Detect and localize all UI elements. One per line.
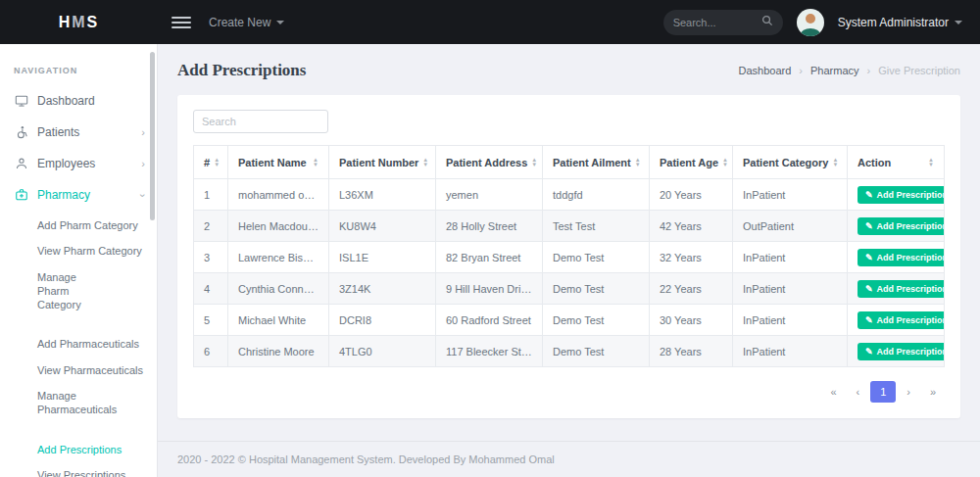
pagination-first[interactable]: « (821, 381, 845, 403)
col-header-patient-category[interactable]: Patient Category▲▼ (733, 146, 848, 179)
cell-patient-category: InPatient (733, 336, 848, 367)
pagination-next[interactable]: › (898, 381, 919, 403)
sidebar-subitem-add-prescriptions[interactable]: Add Prescriptions (0, 437, 157, 462)
cell-index: 2 (194, 211, 228, 242)
add-prescription-button[interactable]: ✎Add Prescription (858, 343, 945, 360)
create-new-label: Create New (209, 16, 270, 29)
pagination-last[interactable]: » (921, 381, 945, 403)
pagination: « ‹ 1 › » (193, 381, 945, 403)
add-prescription-button[interactable]: ✎Add Prescription (858, 217, 945, 235)
table-row: 5 Michael White DCRI8 60 Radford Street … (194, 305, 945, 336)
create-new-dropdown[interactable]: Create New (209, 16, 284, 29)
cell-patient-category: InPatient (733, 305, 848, 336)
prescriptions-card: #▲▼ Patient Name▲▼ Patient Number▲▼ Pati… (177, 95, 960, 418)
breadcrumb-current: Give Prescription (878, 65, 960, 76)
cell-patient-ailment: Demo Test (543, 273, 650, 305)
add-prescription-button[interactable]: ✎Add Prescription (858, 311, 945, 329)
user-menu[interactable]: System Administrator (838, 16, 962, 29)
wheelchair-icon (14, 125, 28, 139)
cell-patient-category: InPatient (733, 179, 848, 211)
top-navbar: HMS Create New System Administrator (0, 0, 980, 44)
cell-patient-number: 4TLG0 (329, 336, 436, 367)
sort-icon: ▲▼ (214, 158, 220, 167)
logo-zone: HMS (0, 14, 158, 31)
sidebar-item-dashboard[interactable]: Dashboard (0, 85, 157, 117)
user-avatar[interactable] (797, 9, 824, 36)
chevron-right-icon: › (141, 127, 145, 138)
sort-icon: ▲▼ (722, 158, 728, 167)
sort-icon: ▲▼ (635, 158, 641, 167)
cell-patient-category: InPatient (733, 242, 848, 273)
col-header-patient-name[interactable]: Patient Name▲▼ (228, 146, 329, 179)
cell-action: ✎Add Prescription (848, 305, 945, 336)
navbar-search-input[interactable] (673, 17, 760, 28)
cell-patient-number: ISL1E (329, 242, 436, 273)
col-header-patient-number[interactable]: Patient Number▲▼ (329, 146, 436, 179)
cell-patient-age: 42 Years (650, 211, 733, 242)
cell-patient-address: 82 Bryan Street (436, 242, 543, 273)
sort-icon: ▲▼ (531, 158, 537, 167)
cell-patient-ailment: Test Test (543, 211, 650, 242)
table-row: 1 mohammed omiar L36XM yemen tddgfd 20 Y… (194, 179, 945, 211)
col-header-action[interactable]: Action▲▼ (848, 146, 945, 179)
col-header-index[interactable]: #▲▼ (194, 146, 228, 179)
sidebar-subitem-manage-pharm-category[interactable]: Manage Pharm Category (0, 264, 118, 318)
sidebar-scrollbar[interactable] (150, 52, 155, 220)
breadcrumb-pharmacy[interactable]: Pharmacy (810, 65, 859, 76)
cell-patient-ailment: Demo Test (543, 305, 650, 336)
chevron-down-icon (955, 21, 962, 24)
sidebar-subitem-add-pharmaceuticals[interactable]: Add Pharmaceuticals (0, 331, 157, 357)
sidebar-item-pharmacy[interactable]: Pharmacy › (0, 179, 157, 211)
sidebar: NAVIGATION Dashboard Patients › Employee… (0, 44, 158, 477)
col-header-patient-age[interactable]: Patient Age▲▼ (650, 146, 733, 179)
cell-patient-name: Christine Moore (228, 336, 329, 367)
col-header-patient-ailment[interactable]: Patient Ailment▲▼ (543, 146, 650, 179)
cell-patient-name: Lawrence Bischof (228, 242, 329, 273)
cell-patient-name: Michael White (228, 305, 329, 336)
cell-index: 1 (194, 179, 228, 211)
cell-patient-age: 22 Years (650, 273, 733, 305)
person-icon (14, 157, 28, 170)
cell-patient-name: Helen Macdougall (228, 211, 329, 242)
table-header-row: #▲▼ Patient Name▲▼ Patient Number▲▼ Pati… (194, 146, 945, 179)
menu-toggle-icon[interactable] (172, 17, 191, 28)
add-prescription-button[interactable]: ✎Add Prescription (858, 249, 945, 266)
chevron-down-icon (276, 21, 284, 24)
table-search-input[interactable] (193, 110, 328, 133)
pharmacy-icon (14, 188, 28, 202)
cell-patient-address: yemen (436, 179, 543, 211)
pagination-page-1[interactable]: 1 (870, 381, 896, 403)
add-prescription-button[interactable]: ✎Add Prescription (858, 186, 945, 204)
sidebar-item-employees[interactable]: Employees › (0, 148, 157, 179)
table-row: 6 Christine Moore 4TLG0 117 Bleecker Str… (194, 336, 945, 367)
cell-action: ✎Add Prescription (848, 211, 945, 242)
sidebar-item-label: Employees (37, 157, 95, 170)
cell-patient-category: InPatient (733, 273, 848, 305)
navbar-right: System Administrator (663, 9, 980, 36)
table-row: 2 Helen Macdougall KU8W4 28 Holly Street… (194, 211, 945, 242)
cell-patient-address: 117 Bleecker Street (436, 336, 543, 367)
sidebar-subitem-manage-pharmaceuticals[interactable]: Manage Pharmaceuticals (0, 383, 108, 423)
add-prescription-button[interactable]: ✎Add Prescription (858, 280, 945, 298)
breadcrumb-dashboard[interactable]: Dashboard (739, 65, 792, 76)
page-title: Add Prescriptions (177, 61, 306, 80)
search-icon[interactable] (761, 15, 773, 29)
app-logo[interactable]: HMS (59, 14, 100, 31)
sidebar-item-label: Pharmacy (37, 188, 90, 202)
sidebar-subitem-view-pharmaceuticals[interactable]: View Pharmaceuticals (0, 358, 157, 383)
col-header-patient-address[interactable]: Patient Address▲▼ (436, 146, 543, 179)
footer-text: 2020 - 2022 © Hospital Management System… (158, 441, 980, 477)
sort-icon: ▲▼ (422, 158, 428, 167)
sidebar-item-patients[interactable]: Patients › (0, 117, 157, 148)
cell-patient-address: 28 Holly Street (436, 211, 543, 242)
pagination-prev[interactable]: ‹ (848, 381, 869, 403)
table-row: 4 Cynthia Connolly 3Z14K 9 Hill Haven Dr… (194, 273, 945, 305)
sidebar-subitem-view-prescriptions[interactable]: View Prescriptions (0, 462, 157, 477)
cell-patient-number: L36XM (329, 179, 436, 211)
sidebar-subitem-add-pharm-category[interactable]: Add Pharm Category (0, 213, 157, 238)
cell-action: ✎Add Prescription (848, 273, 945, 305)
pencil-icon: ✎ (865, 315, 873, 325)
sidebar-subitem-view-pharm-category[interactable]: View Pharm Category (0, 238, 157, 263)
chevron-right-icon: › (867, 65, 871, 76)
cell-index: 6 (194, 336, 228, 367)
